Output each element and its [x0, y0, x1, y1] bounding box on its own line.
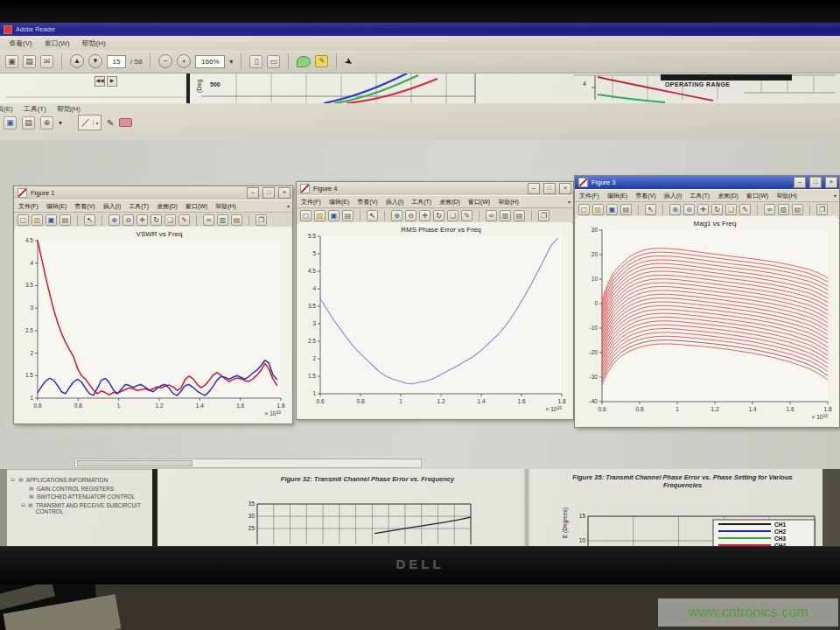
print-icon[interactable]: ▤ — [23, 55, 36, 68]
minimize-button[interactable]: – — [247, 187, 259, 199]
menu-item[interactable]: 窗口(W) — [468, 198, 490, 206]
bookmark-item[interactable]: ▤SWITCHED ATTENUATOR CONTROL — [10, 494, 149, 500]
menu-item[interactable]: 编辑(E) — [607, 192, 627, 200]
menu-item[interactable]: 工具(T) — [24, 104, 46, 114]
fit-page-icon[interactable]: ▯ — [249, 55, 262, 68]
brush-icon[interactable]: ✎ — [178, 214, 190, 226]
next-page-button[interactable]: ▼ — [88, 54, 102, 68]
zoom-dropdown-icon[interactable]: ▾ — [229, 58, 233, 66]
bookmark-item[interactable]: ⊟▤TRANSMIT AND RECEIVE SUBCIRCUIT CONTRO… — [10, 502, 149, 515]
dock-figure-icon[interactable]: ❐ — [256, 214, 267, 226]
page-number-input[interactable]: 15 — [107, 55, 126, 68]
cursor-icon[interactable]: ↖ — [645, 204, 656, 215]
zoom-in-icon[interactable]: ⊕ — [391, 210, 402, 221]
open-icon[interactable]: ▨ — [32, 214, 43, 226]
cursor-icon[interactable]: ↖ — [84, 214, 95, 226]
stamp-icon[interactable]: ▤ — [22, 116, 35, 130]
print-icon[interactable]: ▤ — [342, 210, 354, 221]
link-plots-icon[interactable]: ∞ — [203, 214, 214, 226]
rotate-icon[interactable]: ↻ — [433, 210, 444, 221]
rotate-icon[interactable]: ↻ — [150, 214, 162, 226]
menu-item[interactable]: 查看(V) — [74, 202, 94, 211]
colorbar-icon[interactable]: ▥ — [778, 204, 789, 215]
zoom-out-icon[interactable]: ⊖ — [683, 204, 695, 215]
matlab-figure-1-window[interactable]: Figure 1 – □ × 文件(F)编辑(E)查看(V)插入(I)工具(T)… — [13, 186, 293, 424]
colorbar-icon[interactable]: ▥ — [500, 210, 511, 221]
bookmark-item[interactable]: ⊟▤APPLICATIONS INFORMATION — [10, 477, 149, 484]
bookmark-expander-icon[interactable]: ⊟ — [10, 477, 16, 484]
menu-item[interactable]: 工具(T) — [690, 192, 710, 200]
vswr-chart[interactable]: 11.522.533.544.50.60.811.21.41.61.8VSWR … — [15, 227, 290, 421]
highlight-note-icon[interactable]: ✎ — [315, 55, 328, 67]
matlab-figure-4-window[interactable]: Figure 4 – □ × 文件(F)编辑(E)查看(V)插入(I)工具(T)… — [296, 181, 574, 420]
data-cursor-icon[interactable]: ❏ — [447, 210, 458, 221]
legend-icon[interactable]: ▤ — [514, 210, 525, 221]
open-icon[interactable]: ▨ — [592, 204, 604, 215]
horizontal-scrollbar[interactable] — [74, 458, 422, 468]
eraser-tool-icon[interactable] — [119, 118, 132, 127]
magnifier-icon[interactable]: ⊕ — [40, 116, 53, 130]
line-tool-selector[interactable]: ／ ▾ — [78, 115, 102, 130]
pen-tool-icon[interactable]: ✎ — [107, 118, 114, 128]
zoom-in-icon[interactable]: ⊕ — [108, 214, 120, 226]
bookmark-item[interactable]: ▤GAIN CONTROL REGISTERS — [10, 486, 149, 493]
zoom-level-input[interactable]: 166% — [195, 55, 225, 68]
zoom-out-button[interactable]: − — [158, 54, 172, 68]
menu-item[interactable]: 工具(T) — [411, 198, 431, 206]
rms-phase-error-chart[interactable]: 11.522.533.544.555.50.60.811.21.41.61.8R… — [298, 222, 570, 416]
menu-overflow-icon[interactable]: ▾ — [287, 203, 290, 209]
figure4-title-bar[interactable]: Figure 4 – □ × — [297, 182, 573, 195]
menu-item[interactable]: 桌面(D) — [718, 192, 738, 200]
menu-item[interactable]: 插入(I) — [103, 202, 122, 211]
menu-item[interactable]: 窗口(W) — [45, 38, 70, 48]
figure3-title-bar[interactable]: Figure 3 – □ × — [575, 176, 839, 189]
menu-overflow-icon[interactable]: ▾ — [568, 199, 570, 205]
brush-icon[interactable]: ✎ — [739, 204, 751, 215]
pan-icon[interactable]: ✛ — [136, 214, 148, 226]
menu-item[interactable]: 插入(I) — [664, 192, 682, 200]
save-icon[interactable]: ▣ — [4, 116, 17, 130]
close-button[interactable]: × — [278, 187, 290, 199]
open-icon[interactable]: ▨ — [314, 210, 326, 221]
dock-figure-icon[interactable]: ❐ — [538, 210, 550, 221]
menu-item[interactable]: 帮助(H) — [215, 202, 236, 211]
colorbar-icon[interactable]: ▥ — [217, 214, 228, 226]
link-plots-icon[interactable]: ∞ — [486, 210, 497, 221]
data-cursor-icon[interactable]: ❏ — [725, 204, 737, 215]
pan-icon[interactable]: ✛ — [697, 204, 709, 215]
menu-item[interactable]: 插入(I) — [386, 198, 404, 206]
minimize-button[interactable]: – — [794, 177, 806, 188]
new-figure-icon[interactable]: ▢ — [578, 204, 590, 215]
menu-item[interactable]: 桌面(D) — [439, 198, 460, 206]
menu-item[interactable]: 帮助(H) — [82, 38, 106, 48]
comment-bubble-icon[interactable] — [297, 56, 311, 67]
menu-item[interactable]: 查看(V) — [9, 38, 32, 48]
previous-page-button[interactable]: ▲ — [70, 54, 84, 68]
cursor-icon[interactable]: ↖ — [367, 210, 378, 221]
mag1-chart[interactable]: -40-30-20-1001020300.60.811.21.41.61.8Ma… — [576, 216, 836, 424]
adobe-title-bar[interactable]: Adobe Reader — [0, 23, 840, 36]
zoom-out-icon[interactable]: ⊖ — [122, 214, 134, 226]
menu-item[interactable]: 工具(T) — [129, 202, 149, 211]
minimize-button[interactable]: – — [528, 183, 540, 194]
legend-icon[interactable]: ▤ — [231, 214, 242, 226]
maximize-button[interactable]: □ — [809, 177, 822, 188]
save-icon[interactable]: ▣ — [5, 55, 18, 68]
menu-item[interactable]: 编辑(E) — [0, 104, 13, 114]
maximize-button[interactable]: □ — [262, 187, 275, 199]
menu-item[interactable]: 文件(F) — [18, 202, 38, 211]
print-icon[interactable]: ▤ — [620, 204, 632, 215]
maximize-button[interactable]: □ — [543, 183, 556, 194]
save-icon[interactable]: ▣ — [606, 204, 618, 215]
data-cursor-icon[interactable]: ❏ — [164, 214, 176, 226]
menu-item[interactable]: 帮助(H) — [776, 192, 797, 200]
zoom-in-icon[interactable]: ⊕ — [669, 204, 681, 215]
menu-item[interactable]: 窗口(W) — [746, 192, 768, 200]
fit-width-icon[interactable]: ▭ — [267, 55, 280, 68]
pan-icon[interactable]: ✛ — [419, 210, 430, 221]
save-icon[interactable]: ▣ — [328, 210, 340, 221]
new-figure-icon[interactable]: ▢ — [18, 214, 29, 226]
menu-item[interactable]: 编辑(E) — [329, 198, 349, 206]
print-icon[interactable]: ▤ — [60, 214, 71, 226]
zoom-out-icon[interactable]: ⊖ — [405, 210, 416, 221]
